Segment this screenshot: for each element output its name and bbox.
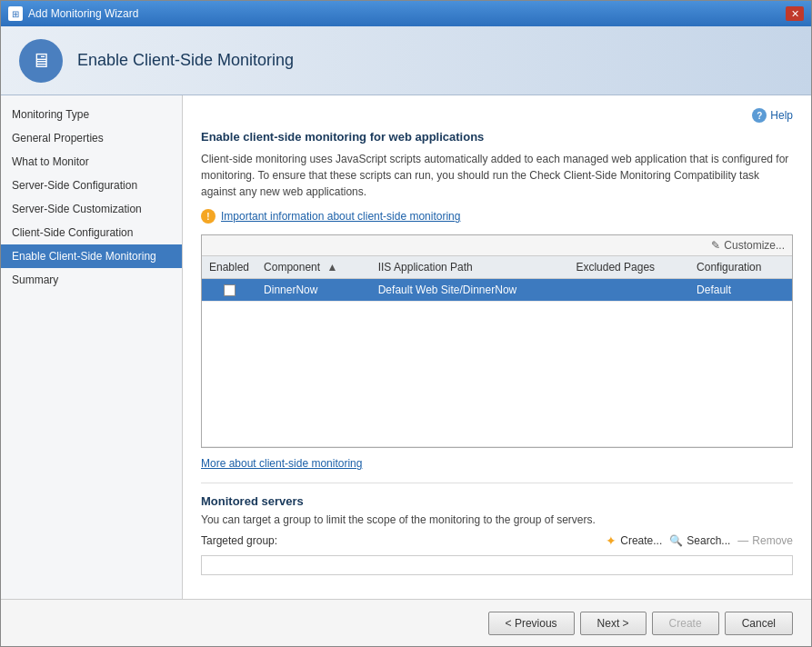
monitored-servers-desc: You can target a group to limit the scop… bbox=[201, 513, 793, 526]
sidebar-item-general-properties[interactable]: General Properties bbox=[1, 126, 182, 150]
title-bar: ⊞ Add Monitoring Wizard ✕ bbox=[1, 1, 811, 26]
window-icon: ⊞ bbox=[8, 6, 23, 21]
header-section: 🖥 Enable Client-Side Monitoring bbox=[1, 26, 811, 95]
cell-enabled bbox=[202, 279, 256, 302]
checkbox-enabled[interactable] bbox=[224, 284, 236, 296]
create-group-button[interactable]: ✦ Create... bbox=[606, 533, 662, 548]
customize-icon: ✎ bbox=[711, 239, 720, 252]
targeted-row: Targeted group: ✦ Create... 🔍 Search... bbox=[201, 533, 793, 548]
sidebar-item-server-side-customization[interactable]: Server-Side Customization bbox=[1, 197, 182, 221]
create-button[interactable]: Create bbox=[652, 612, 719, 635]
title-bar-left: ⊞ Add Monitoring Wizard bbox=[8, 6, 138, 21]
header-title: Enable Client-Side Monitoring bbox=[77, 51, 294, 70]
window-title: Add Monitoring Wizard bbox=[28, 7, 138, 20]
create-star-icon: ✦ bbox=[606, 533, 617, 548]
table-header-row: Enabled Component ▲ IIS Application Path bbox=[202, 256, 792, 279]
table-section: ✎ Customize... Enabled Component bbox=[201, 234, 793, 448]
search-icon: 🔍 bbox=[669, 534, 683, 547]
more-link[interactable]: More about client-side monitoring bbox=[201, 457, 362, 470]
sidebar-item-client-side-configuration[interactable]: Client-Side Configuration bbox=[1, 221, 182, 244]
customize-button[interactable]: ✎ Customize... bbox=[711, 239, 785, 252]
section-desc: Client-side monitoring uses JavaScript s… bbox=[201, 151, 793, 200]
cell-configuration: Default bbox=[689, 279, 792, 302]
col-component[interactable]: Component ▲ bbox=[256, 256, 371, 279]
header-icon-symbol: 🖥 bbox=[31, 49, 51, 73]
sidebar-item-server-side-configuration[interactable]: Server-Side Configuration bbox=[1, 174, 182, 197]
section-title: Enable client-side monitoring for web ap… bbox=[201, 130, 793, 144]
previous-button[interactable]: < Previous bbox=[488, 612, 575, 635]
help-link[interactable]: ? Help bbox=[752, 108, 793, 123]
table-header: Enabled Component ▲ IIS Application Path bbox=[202, 256, 792, 279]
remove-group-button[interactable]: — Remove bbox=[737, 533, 793, 548]
content-main: ? Help Enable client-side monitoring for… bbox=[183, 95, 811, 599]
monitored-servers-title: Monitored servers bbox=[201, 494, 793, 508]
targeted-input-field bbox=[201, 555, 793, 575]
search-group-button[interactable]: 🔍 Search... bbox=[669, 533, 730, 548]
table-empty-row bbox=[202, 302, 792, 447]
main-window: ⊞ Add Monitoring Wizard ✕ 🖥 Enable Clien… bbox=[0, 0, 812, 647]
search-group-label: Search... bbox=[687, 534, 730, 547]
table-toolbar: ✎ Customize... bbox=[202, 235, 792, 256]
cancel-button[interactable]: Cancel bbox=[725, 612, 793, 635]
cell-component: DinnerNow bbox=[256, 279, 371, 302]
info-icon: ! bbox=[201, 209, 216, 224]
sidebar-item-monitoring-type[interactable]: Monitoring Type bbox=[1, 103, 182, 126]
targeted-actions: ✦ Create... 🔍 Search... — Remove bbox=[606, 533, 793, 548]
table-body: DinnerNow Default Web Site/DinnerNow Def… bbox=[202, 279, 792, 447]
targeted-label: Targeted group: bbox=[201, 534, 277, 547]
help-row: ? Help bbox=[201, 108, 793, 123]
main-content: Monitoring TypeGeneral PropertiesWhat to… bbox=[1, 95, 811, 599]
customize-label: Customize... bbox=[724, 239, 785, 252]
sidebar-item-what-to-monitor[interactable]: What to Monitor bbox=[1, 150, 182, 174]
checkbox-cell bbox=[209, 284, 249, 296]
create-group-label: Create... bbox=[620, 534, 662, 547]
info-link-row: ! Important information about client-sid… bbox=[201, 209, 793, 224]
help-label: Help bbox=[770, 109, 793, 122]
cell-excluded-pages bbox=[568, 279, 689, 302]
footer-section: < Previous Next > Create Cancel bbox=[1, 599, 811, 646]
content-area: ? Help Enable client-side monitoring for… bbox=[183, 95, 811, 599]
next-button[interactable]: Next > bbox=[580, 612, 647, 635]
sidebar: Monitoring TypeGeneral PropertiesWhat to… bbox=[1, 95, 183, 599]
col-enabled: Enabled bbox=[202, 256, 256, 279]
data-table: Enabled Component ▲ IIS Application Path bbox=[202, 256, 792, 447]
remove-group-label: Remove bbox=[752, 534, 793, 547]
sort-arrow-icon: ▲ bbox=[326, 261, 337, 274]
cell-iis-path: Default Web Site/DinnerNow bbox=[371, 279, 569, 302]
sidebar-item-enable-client-side-monitoring[interactable]: Enable Client-Side Monitoring bbox=[1, 244, 182, 268]
col-configuration: Configuration bbox=[689, 256, 792, 279]
sidebar-item-summary[interactable]: Summary bbox=[1, 268, 182, 292]
table-row[interactable]: DinnerNow Default Web Site/DinnerNow Def… bbox=[202, 279, 792, 302]
header-icon: 🖥 bbox=[19, 39, 63, 83]
monitored-section: Monitored servers You can target a group… bbox=[201, 483, 793, 575]
info-link[interactable]: Important information about client-side … bbox=[221, 210, 460, 223]
help-icon: ? bbox=[752, 108, 767, 123]
close-button[interactable]: ✕ bbox=[786, 6, 804, 21]
remove-dash-icon: — bbox=[737, 534, 748, 547]
col-excluded-pages: Excluded Pages bbox=[568, 256, 689, 279]
col-iis-path: IIS Application Path bbox=[371, 256, 569, 279]
